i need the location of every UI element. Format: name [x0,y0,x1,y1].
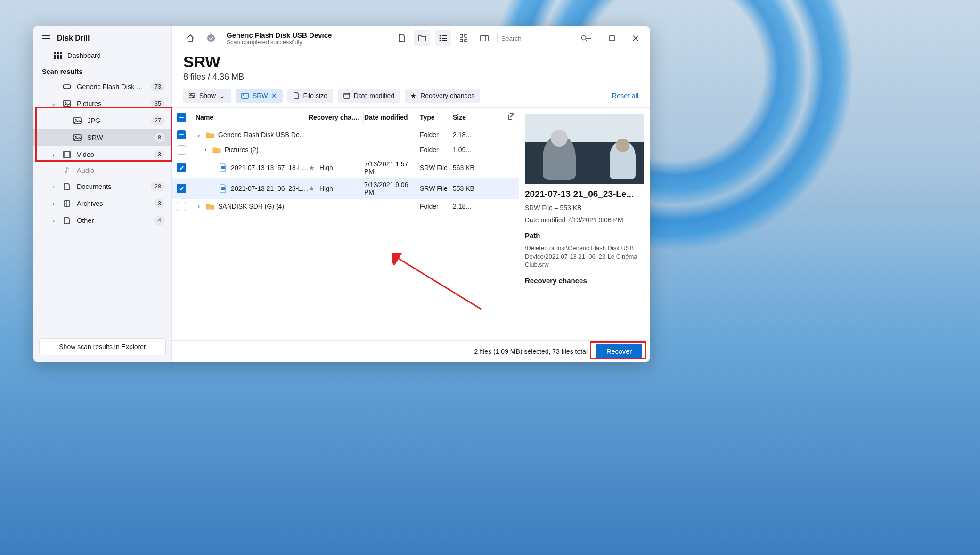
minimize-button[interactable] [579,30,598,46]
col-date[interactable]: Date modified [364,114,420,121]
folder-view-button[interactable] [414,30,430,46]
row-type: Folder [420,203,453,210]
table-row[interactable]: › 2021-07-13 13_57_18-Le... ★High 7/13/2… [172,157,519,178]
home-button[interactable] [182,30,198,46]
row-size: 553 KB [453,185,490,192]
svg-rect-32 [465,39,467,42]
chevron-down-icon: ⌄ [220,92,225,99]
grid-header: Name Recovery cha... ↑ Date modified Typ… [172,108,519,127]
svg-rect-33 [481,35,488,41]
row-date: 7/13/2021 1:57 PM [364,160,420,175]
tree-documents[interactable]: › Documents 28 [33,178,172,195]
filter-srw[interactable]: SRW ✕ [236,89,283,103]
row-name: SANDISK SDH (G) (4) [218,203,284,210]
row-checkbox[interactable] [177,202,186,211]
grid-view-button[interactable] [456,30,472,46]
col-type[interactable]: Type [420,114,453,121]
svg-point-46 [191,97,193,98]
tree-archives-badge: 3 [154,199,165,208]
grid-icon [54,52,62,59]
tree-srw[interactable]: ▸ SRW 8 [33,129,172,146]
search-box[interactable] [497,33,572,44]
tree-other[interactable]: › Other 4 [33,212,172,229]
star-icon: ★ [309,185,315,192]
star-icon: ★ [309,164,315,171]
svg-rect-3 [54,55,56,57]
tree-video[interactable]: › Video 3 [33,146,172,163]
svg-point-15 [75,136,77,138]
search-input[interactable] [501,35,581,42]
svg-point-23 [440,35,441,37]
tree-other-label: Other [77,217,148,224]
row-type: SRW File [420,185,453,192]
filter-date-modified[interactable]: Date modified [338,89,400,103]
tree-device-badge: 73 [151,82,165,91]
filter-recovery-chances[interactable]: ★ Recovery chances [405,89,480,103]
app-window: Disk Drill Dashboard Scan results ▸ Gene… [33,26,650,362]
filter-file-size[interactable]: File size [287,89,333,103]
nav-dashboard[interactable]: Dashboard [33,48,172,63]
svg-rect-24 [442,35,447,36]
row-checkbox[interactable] [177,145,186,155]
svg-rect-16 [63,152,71,157]
split-view-button[interactable] [476,30,492,46]
hamburger-icon[interactable] [42,35,50,41]
table-row[interactable]: › Pictures (2) Folder 1.09... [172,142,519,157]
filter-row: Show ⌄ SRW ✕ File size Date mod [172,82,650,107]
svg-rect-28 [442,40,447,41]
music-icon [63,167,71,174]
svg-rect-29 [460,34,463,37]
chevron-down-icon[interactable]: ⌄ [196,131,202,138]
svg-point-45 [193,95,195,97]
svg-rect-52 [221,187,225,190]
filter-show[interactable]: Show ⌄ [183,89,231,103]
row-type: Folder [420,146,453,154]
list-view-button[interactable] [435,30,451,46]
row-size: 1.09... [453,146,490,154]
drive-icon [63,83,71,90]
close-icon[interactable]: ✕ [271,92,277,99]
detail-path: \Deleted or lost\Generic Flash Disk USB … [525,244,644,269]
chevron-right-icon[interactable]: › [202,147,209,153]
chevron-right-icon: › [50,200,57,207]
svg-rect-5 [60,55,62,57]
chevron-right-icon[interactable]: › [196,203,202,210]
reset-all-link[interactable]: Reset all [612,92,638,99]
table-row[interactable]: › SANDISK SDH (G) (4) Folder 2.18... [172,199,519,214]
table-row[interactable]: › 2021-07-13 21_06_23-Le... ★High 7/13/2… [172,178,519,199]
row-type: Folder [420,131,453,139]
details-pane: 2021-07-13 21_06_23-Le... SRW File – 553… [519,108,650,340]
tree-audio[interactable]: ▸ Audio [33,163,172,178]
col-recovery[interactable]: Recovery cha... ↑ [309,114,364,121]
close-button[interactable] [626,30,645,46]
open-external-icon[interactable] [507,113,515,120]
svg-point-48 [243,94,245,96]
svg-rect-0 [54,52,56,54]
recover-button[interactable]: Recover [596,344,642,359]
row-checkbox[interactable] [177,163,186,172]
col-name[interactable]: Name [196,114,309,121]
row-size: 2.18... [453,203,490,210]
tree-documents-badge: 28 [151,182,165,191]
row-checkbox[interactable] [177,184,186,193]
maximize-button[interactable] [603,30,621,46]
tree-jpg[interactable]: ▸ JPG 27 [33,112,172,129]
row-checkbox[interactable] [177,130,186,139]
table-row[interactable]: ⌄ Generic Flash Disk USB De... Folder 2.… [172,127,519,142]
row-date: 7/13/2021 9:06 PM [364,181,420,196]
doc-view-button[interactable] [393,30,409,46]
tree-device[interactable]: ▸ Generic Flash Disk USB D... 73 [33,78,172,95]
tree-other-badge: 4 [154,216,165,225]
tree-archives[interactable]: › Archives 3 [33,195,172,212]
tree-documents-label: Documents [77,183,145,190]
tree-pictures[interactable]: ⌄ Pictures 35 [33,95,172,112]
svg-rect-47 [242,93,248,98]
picture-icon [73,134,82,141]
show-in-explorer-button[interactable]: Show scan results in Explorer [39,338,166,355]
col-size[interactable]: Size [453,114,490,121]
svg-rect-49 [344,93,350,98]
select-all-checkbox[interactable] [177,113,186,122]
footer-bar: 2 files (1.09 MB) selected, 73 files tot… [172,340,650,362]
page-subtitle: 8 files / 4.36 MB [183,72,638,82]
image-file-icon [219,184,227,193]
